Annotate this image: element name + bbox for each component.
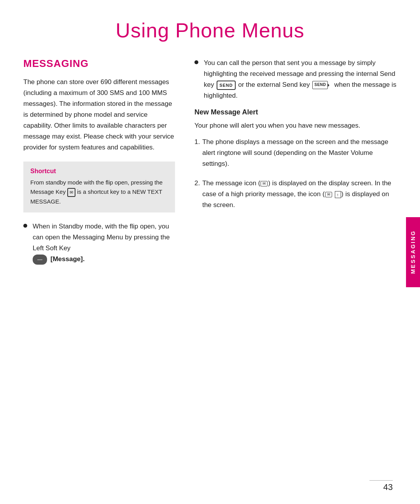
item-1-text: The phone displays a message on the scre…: [202, 137, 397, 169]
numbered-item-1: 1. The phone displays a message on the s…: [194, 137, 397, 169]
send-key-external: SEND: [312, 81, 328, 89]
left-column: MESSAGING The phone can store over 690 d…: [23, 58, 175, 272]
bullet-1-text: When in Standby mode, with the flip open…: [33, 221, 175, 265]
alert-intro-text: Your phone will alert you when you have …: [194, 120, 397, 131]
bullet-item-2: You can call the person that sent you a …: [194, 58, 397, 101]
message-icon-envelope: [261, 181, 268, 186]
page-divider: [369, 480, 393, 481]
bullet-dot-1: [23, 224, 27, 228]
message-key-icon: ✉: [67, 188, 75, 197]
priority-icon: !: [335, 191, 341, 198]
numbered-list: 1. The phone displays a message on the s…: [194, 137, 397, 211]
soft-key-icon: —: [33, 255, 47, 264]
sidebar-tab-label: MESSAGING: [410, 230, 416, 274]
numbered-item-2: 2. The message icon () is displayed on t…: [194, 178, 397, 211]
intro-text: The phone can store over 690 different m…: [23, 77, 175, 153]
bullet-item-1: When in Standby mode, with the flip open…: [23, 221, 175, 265]
page-title: Using Phone Menus: [0, 0, 420, 58]
page-number: 43: [383, 482, 393, 492]
new-message-alert-heading: New Message Alert: [194, 108, 397, 116]
shortcut-text: From standby mode with the flip open, pr…: [30, 178, 168, 206]
item-1-num: 1.: [194, 137, 200, 148]
shortcut-box: Shortcut From standby mode with the flip…: [23, 162, 175, 212]
right-column: You can call the person that sent you a …: [194, 58, 397, 272]
message-label: [Message].: [51, 255, 85, 263]
item-2-num: 2.: [194, 178, 200, 189]
message-icon-envelope-2: [325, 192, 332, 197]
sidebar-tab: MESSAGING: [406, 217, 420, 287]
section-heading: MESSAGING: [23, 58, 175, 70]
send-key-internal: SEND: [217, 81, 236, 90]
bullet-dot-2: [194, 60, 198, 64]
item-2-text: The message icon () is displayed on the …: [202, 178, 397, 211]
bullet-2-text: You can call the person that sent you a …: [204, 58, 397, 101]
shortcut-label: Shortcut: [30, 168, 168, 175]
